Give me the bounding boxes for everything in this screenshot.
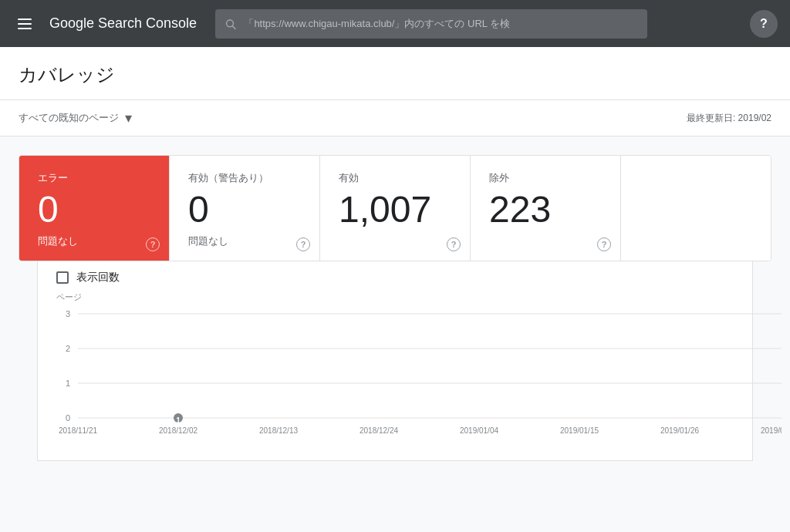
last-updated: 最終更新日: 2019/02 [687,112,771,125]
svg-rect-2 [18,28,32,29]
svg-text:2019/01/26: 2019/01/26 [660,426,699,435]
svg-text:2: 2 [66,344,70,353]
card-excluded-help[interactable]: ? [597,237,611,251]
svg-text:2018/12/24: 2018/12/24 [360,426,398,435]
card-warning-help[interactable]: ? [296,237,310,251]
card-warning: 有効（警告あり） 0 問題なし ? [170,156,320,261]
filter-dropdown[interactable]: すべての既知のページ ▾ [19,109,132,126]
app-title: Google Search Console [49,15,197,32]
card-warning-label: 有効（警告あり） [188,171,301,185]
chevron-down-icon: ▾ [125,109,132,126]
cards-row: エラー 0 問題なし ? 有効（警告あり） 0 問題なし ? 有効 1,007 … [19,155,771,261]
chart-header: 表示回数 [56,261,734,291]
chart-container: ページ 3 2 1 0 2018/11/21 2018/12/02 [56,291,734,448]
card-warning-sub: 問題なし [188,234,301,248]
card-excluded-value: 223 [489,191,602,228]
search-icon [225,18,236,30]
chart-label: 表示回数 [76,271,120,285]
card-warning-value: 0 [188,191,301,228]
page-title: カバレッジ [19,62,771,87]
svg-text:2018/12/13: 2018/12/13 [259,426,298,435]
svg-text:2018/11/21: 2018/11/21 [59,426,97,435]
menu-icon[interactable] [12,19,37,29]
card-error-sub: 問題なし [38,234,150,248]
card-excluded: 除外 223 ? [471,156,621,261]
card-error-label: エラー [38,171,150,185]
svg-text:0: 0 [66,413,70,423]
chart-svg: ページ 3 2 1 0 2018/11/21 2018/12/02 [56,291,782,445]
card-valid: 有効 1,007 ? [320,156,471,261]
search-bar [215,9,647,39]
page-content: カバレッジ すべての既知のページ ▾ 最終更新日: 2019/02 エラー 0 … [0,47,790,461]
page-title-area: カバレッジ [0,47,790,100]
card-excluded-label: 除外 [489,171,602,185]
search-input[interactable] [244,18,638,29]
svg-line-4 [233,25,235,28]
svg-text:2019/01/04: 2019/01/04 [460,426,498,435]
chart-section: 表示回数 ページ 3 2 1 0 [37,261,753,461]
filter-bar: すべての既知のページ ▾ 最終更新日: 2019/02 [0,100,790,136]
card-error: エラー 0 問題なし ? [19,156,170,261]
cards-area: エラー 0 問題なし ? 有効（警告あり） 0 問題なし ? 有効 1,007 … [0,136,790,461]
app-header: Google Search Console ? [0,0,790,47]
card-valid-value: 1,007 [339,191,451,228]
filter-label: すべての既知のページ [19,111,119,125]
card-valid-label: 有効 [339,171,451,185]
svg-text:ページ: ページ [56,292,82,301]
chart-checkbox[interactable] [56,271,69,284]
card-error-value: 0 [38,191,150,228]
card-error-help[interactable]: ? [146,237,160,251]
svg-rect-1 [18,23,32,25]
svg-text:2019/02/06: 2019/02/06 [761,426,782,435]
help-button[interactable]: ? [750,10,778,38]
svg-text:1: 1 [66,379,70,388]
svg-text:2018/12/02: 2018/12/02 [159,426,198,435]
svg-text:1: 1 [176,416,181,425]
card-empty [621,156,771,261]
svg-text:3: 3 [66,309,70,318]
card-valid-help[interactable]: ? [447,237,461,251]
svg-rect-0 [18,19,32,20]
svg-text:2019/01/15: 2019/01/15 [560,426,599,435]
